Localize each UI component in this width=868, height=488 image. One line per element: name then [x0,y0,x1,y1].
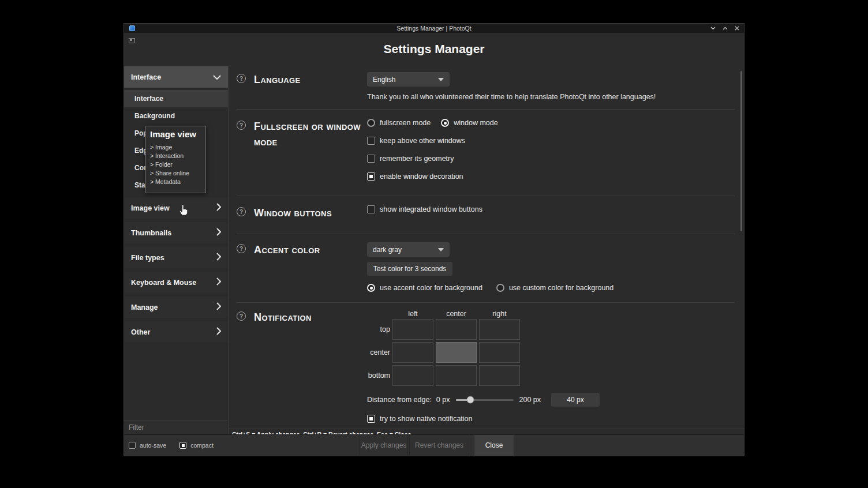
checkbox-label: enable window decoration [380,172,463,181]
filter-input[interactable] [124,420,227,434]
checkbox-label: auto-save [140,442,166,449]
notification-cell-center-right[interactable] [479,342,520,363]
sidebar-subitem-background[interactable]: Background [124,107,228,125]
sidebar-category-interface[interactable]: Interface [124,66,228,88]
mouse-cursor [179,204,188,218]
apply-changes-button[interactable]: Apply changes [360,435,408,456]
checkbox-compact[interactable]: compact [179,442,214,449]
language-dropdown[interactable]: English [367,72,450,87]
radio-label: fullscreen mode [380,119,431,127]
sidebar-category-file-types[interactable]: File types [124,247,228,268]
category-label: Keyboard & Mouse [131,279,196,287]
notification-cell-bottom-right[interactable] [479,365,520,386]
help-icon[interactable]: ? [237,207,246,216]
sidebar-category-manage[interactable]: Manage [124,296,228,318]
section-heading: Window buttons [254,205,367,221]
notification-cell-center-center[interactable] [436,342,477,363]
sidebar-category-keyboard-mouse[interactable]: Keyboard & Mouse [124,272,228,293]
bottom-bar: auto-save compact Apply changes Revert c… [124,434,744,456]
category-label: Interface [131,73,161,81]
radio-accent-background[interactable]: use accent color for background [367,284,482,292]
slider-handle[interactable] [466,396,474,404]
distance-slider[interactable] [456,399,514,401]
titlebar[interactable]: Settings Manager | PhotoQt [124,24,744,33]
checkbox-integrated-window-buttons[interactable]: show integrated window buttons [367,205,482,213]
notification-position-grid: left center right top [367,310,735,386]
page-title: Settings Manager [124,33,744,56]
grid-col-label-left: left [392,310,433,318]
checkbox-keep-above[interactable]: keep above other windows [367,137,465,145]
checkbox-icon [367,172,375,181]
tooltip-item: > Metadata [150,178,201,186]
section-fullscreen-mode: ? Fullscreen or window mode fullscreen m… [237,110,735,196]
accent-color-dropdown[interactable]: dark gray [367,242,450,257]
radio-label: use accent color for background [380,284,482,292]
scrollbar-thumb[interactable] [740,71,742,231]
notification-cell-top-center[interactable] [436,319,477,340]
chevron-right-icon [216,203,221,213]
radio-label: use custom color for background [509,284,613,292]
maximize-icon[interactable] [723,27,728,30]
checkbox-icon [129,442,136,449]
section-heading: Accent color [254,242,367,258]
chevron-down-icon [438,78,444,81]
revert-changes-button[interactable]: Revert changes [409,435,469,456]
sidebar-category-thumbnails[interactable]: Thumbnails [124,222,228,243]
distance-value-box[interactable]: 40 px [551,393,600,407]
checkbox-auto-save[interactable]: auto-save [129,442,166,449]
help-icon[interactable]: ? [237,311,246,321]
chevron-right-icon [216,302,221,312]
image-view-tooltip: Image view > Image > Interaction > Folde… [145,126,206,193]
chevron-right-icon [216,253,221,262]
checkbox-label: compact [190,442,214,449]
radio-icon [496,284,504,292]
checkbox-icon [367,415,375,423]
radio-fullscreen-mode[interactable]: fullscreen mode [367,119,431,127]
checkbox-native-notification[interactable]: try to show native notification [367,415,735,423]
notification-cell-center-left[interactable] [392,342,433,363]
section-window-buttons: ? Window buttons show integrated window … [237,196,735,234]
checkbox-icon [367,137,375,145]
sidebar-category-image-view[interactable]: Image view [124,197,228,219]
accent-color-dropdown-value: dark gray [373,246,402,254]
notification-cell-bottom-left[interactable] [392,365,433,386]
help-icon[interactable]: ? [237,244,246,253]
chevron-down-icon [213,73,221,81]
sidebar-category-other[interactable]: Other [124,321,228,343]
help-icon[interactable]: ? [237,74,246,83]
minimize-icon[interactable] [710,27,716,30]
checkbox-icon [367,205,375,213]
grid-row-label-bottom: bottom [367,371,390,380]
chevron-right-icon [216,228,221,238]
section-accent-color: ? Accent color dark gray Test color for … [237,234,735,302]
distance-label: Distance from edge: [367,396,432,404]
tooltip-item: > Interaction [150,152,201,160]
tooltip-item: > Share online [150,169,201,178]
notification-cell-top-left[interactable] [392,319,433,340]
distance-max: 200 px [519,396,541,404]
sidebar-subitem-interface[interactable]: Interface [124,90,228,107]
section-heading: Notification [254,310,367,325]
test-color-button[interactable]: Test color for 3 seconds [367,262,452,276]
notification-cell-top-right[interactable] [479,319,520,340]
settings-manager-window: Settings Manager | PhotoQt Settings Mana… [124,23,744,456]
help-icon[interactable]: ? [237,121,246,130]
checkbox-remember-geometry[interactable]: remember its geometry [367,155,454,163]
close-icon[interactable] [735,26,739,31]
section-language: ? Language English Thank you to all who … [237,66,735,109]
grid-col-label-right: right [479,310,520,318]
checkbox-window-decoration[interactable]: enable window decoration [367,172,463,181]
checkbox-icon [179,442,186,449]
language-dropdown-value: English [373,76,395,84]
radio-window-mode[interactable]: window mode [441,119,497,127]
distance-min: 0 px [436,396,450,404]
radio-icon [441,119,449,127]
popout-icon[interactable] [129,38,135,43]
close-button[interactable]: Close [474,435,514,456]
checkbox-label: show integrated window buttons [380,205,482,213]
category-label: Other [131,328,150,336]
category-label: Thumbnails [131,229,171,237]
notification-cell-bottom-center[interactable] [436,365,477,386]
category-label: Image view [131,204,170,212]
radio-custom-background[interactable]: use custom color for background [496,284,613,292]
